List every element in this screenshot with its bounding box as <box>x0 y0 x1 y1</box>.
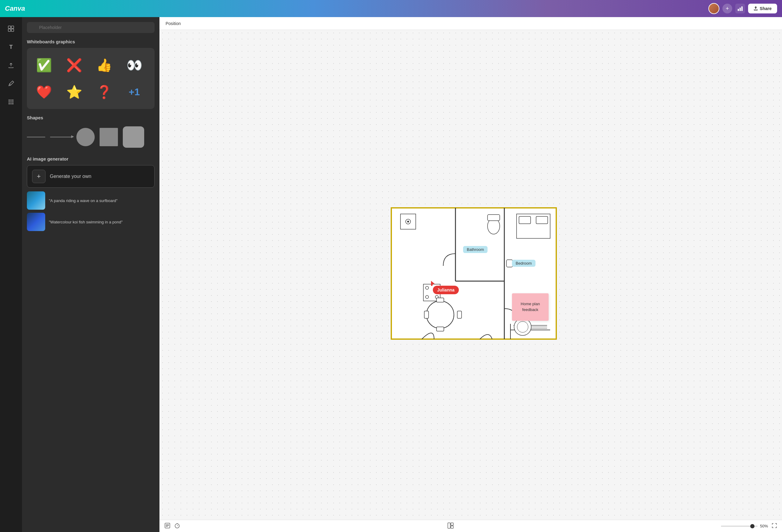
apps-icon <box>8 99 14 105</box>
graphic-cross[interactable]: ❌ <box>62 53 86 77</box>
ai-generate-label: Generate your own <box>50 174 91 179</box>
shapes-section-title: Shapes <box>27 115 154 120</box>
svg-point-11 <box>10 101 11 103</box>
sidebar-item-apps[interactable] <box>3 94 19 110</box>
graphic-star[interactable]: ⭐ <box>62 80 86 104</box>
header-left: Canva <box>5 5 25 12</box>
ai-thumbnail-panda <box>27 191 45 210</box>
canva-logo: Canva <box>5 5 25 12</box>
ai-sample-panda[interactable]: "A panda riding a wave on a surfboard" <box>27 191 154 210</box>
sidebar-item-grid[interactable] <box>3 21 19 37</box>
header: Canva + Share <box>0 0 391 17</box>
ai-sample-koi-text: "Watercolour koi fish swimming in a pond… <box>49 220 122 224</box>
graphic-thumbsup[interactable]: 👍 <box>92 53 116 77</box>
svg-point-7 <box>8 100 10 101</box>
svg-rect-3 <box>8 26 11 28</box>
shape-circle[interactable] <box>76 128 95 146</box>
svg-point-15 <box>12 103 13 104</box>
search-input[interactable] <box>27 22 154 33</box>
ai-sample-koi[interactable]: "Watercolour koi fish swimming in a pond… <box>27 213 154 231</box>
svg-point-8 <box>10 100 11 101</box>
shapes-section: Shapes <box>27 115 154 150</box>
graphic-eyes[interactable]: 👀 <box>122 53 147 77</box>
shape-rectangle[interactable] <box>100 128 118 146</box>
shape-line[interactable] <box>27 137 45 137</box>
ai-section-title: AI image generator <box>27 156 154 161</box>
ai-sample-panda-text: "A panda riding a wave on a surfboard" <box>49 198 118 203</box>
upload-icon <box>8 62 14 69</box>
sidebar-item-text[interactable]: T <box>3 39 19 55</box>
svg-point-9 <box>12 100 13 101</box>
panel: 🔍 Whiteboards graphics ✅ ❌ 👍 👀 ❤️ ⭐ ❓ +1… <box>22 17 159 266</box>
icon-bar: T <box>0 17 22 266</box>
ai-section: AI image generator + Generate your own "… <box>27 156 154 231</box>
canvas-content[interactable]: Bathroom Bedroom Julianna Home plan feed… <box>159 30 391 266</box>
svg-point-13 <box>8 103 10 104</box>
graphic-question[interactable]: ❓ <box>92 80 116 104</box>
text-icon: T <box>9 44 13 50</box>
ai-plus-icon: + <box>32 170 45 183</box>
svg-rect-5 <box>8 29 11 31</box>
graphic-heart[interactable]: ❤️ <box>32 80 56 104</box>
shape-arrow[interactable] <box>50 137 71 137</box>
ai-thumbnail-koi <box>27 213 45 231</box>
floor-plan: Bathroom Bedroom Julianna Home plan feed… <box>373 199 391 266</box>
graphics-grid: ✅ ❌ 👍 👀 ❤️ ⭐ ❓ +1 <box>27 48 154 109</box>
pen-icon <box>8 80 14 87</box>
ai-generate-button[interactable]: + Generate your own <box>27 165 154 188</box>
canvas-header: Position <box>159 17 391 30</box>
svg-point-14 <box>10 103 11 104</box>
graphic-plus1[interactable]: +1 <box>122 80 147 104</box>
search-wrapper: 🔍 <box>27 22 154 33</box>
svg-rect-4 <box>11 26 14 28</box>
graphics-section-title: Whiteboards graphics <box>27 39 154 44</box>
svg-point-12 <box>12 101 13 103</box>
sidebar-item-draw[interactable] <box>3 76 19 91</box>
graphic-checkmark[interactable]: ✅ <box>32 53 56 77</box>
canvas-header-title: Position <box>166 21 181 26</box>
shape-rounded-rect[interactable] <box>123 126 144 148</box>
svg-rect-6 <box>11 29 14 31</box>
svg-point-10 <box>8 101 10 103</box>
canvas-area: Position <box>159 17 391 266</box>
floor-plan-svg <box>373 199 391 266</box>
sidebar-item-upload[interactable] <box>3 58 19 73</box>
shapes-row <box>27 124 154 150</box>
grid-icon <box>8 25 14 32</box>
